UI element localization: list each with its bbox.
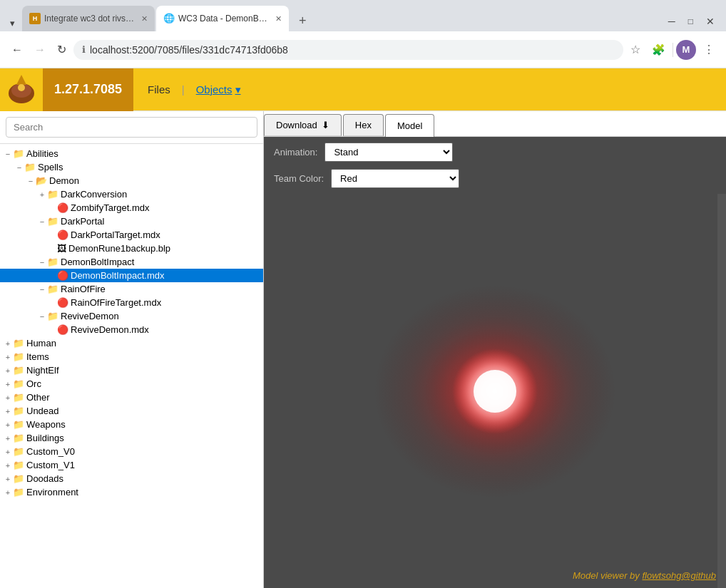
tree-item-demonboltimpact-mdx[interactable]: 🔴 DemonBoltImpact.mdx xyxy=(0,269,263,282)
folder-icon: 📁 xyxy=(47,284,58,294)
team-color-label: Team Color: xyxy=(274,173,324,184)
folder-icon: 📂 xyxy=(36,175,47,186)
tab-download[interactable]: Download ⬇ xyxy=(264,114,342,136)
tree-item-customv0[interactable]: + 📁 Custom_V0 xyxy=(0,445,263,458)
tree-item-undead[interactable]: + 📁 Undead xyxy=(0,404,263,418)
minimize-button[interactable]: ─ xyxy=(663,14,681,29)
tree-item-demonboltimpact-folder[interactable]: − 📁 DemonBoltImpact xyxy=(0,255,263,269)
label-items: Items xyxy=(26,351,49,362)
nav-objects-arrow: ▾ xyxy=(235,83,241,96)
model-controls: Animation: Stand Walk Attack Death Decay… xyxy=(264,137,726,167)
tree-item-environment[interactable]: + 📁 Environment xyxy=(0,485,263,499)
tree-item-human[interactable]: + 📁 Human xyxy=(0,336,263,350)
toggle-darkportal: − xyxy=(37,217,47,226)
viewer-scrollbar[interactable] xyxy=(717,137,726,588)
tree-item-zombifytarget[interactable]: 🔴 ZombifyTarget.mdx xyxy=(0,201,263,215)
tab-bar: ▾ H Integrate wc3 dot rivsof… ✕ 🌐 WC3 Da… xyxy=(0,0,726,31)
viewer-footer-link[interactable]: flowtsohg@github xyxy=(642,570,716,581)
bookmark-button[interactable]: ☆ xyxy=(626,38,645,61)
tab2-close[interactable]: ✕ xyxy=(275,14,282,24)
browser-tab-1[interactable]: H Integrate wc3 dot rivsof… ✕ xyxy=(22,6,155,31)
label-buildings: Buildings xyxy=(26,433,64,443)
folder-icon-top: 📁 xyxy=(13,433,24,443)
tree-item-items[interactable]: + 📁 Items xyxy=(0,350,263,363)
toggle-customv0: + xyxy=(3,448,13,456)
address-input[interactable] xyxy=(90,44,615,56)
download-icon: ⬇ xyxy=(322,120,329,130)
tab-model[interactable]: Model xyxy=(385,114,434,137)
security-icon: ℹ xyxy=(82,44,86,55)
hex-label: Hex xyxy=(355,120,372,130)
browser-chrome: ▾ H Integrate wc3 dot rivsof… ✕ 🌐 WC3 Da… xyxy=(0,0,726,68)
tree-area: − 📁 Abilities − 📁 Spells − 📂 Demon xyxy=(0,144,263,588)
team-color-select[interactable]: Red Blue Teal Purple Yellow Orange Green… xyxy=(331,169,459,188)
extensions-button[interactable]: 🧩 xyxy=(648,39,670,61)
tree-item-darkconversion[interactable]: + 📁 DarkConversion xyxy=(0,187,263,201)
search-input[interactable] xyxy=(6,117,257,138)
file-icon-mdx-selected: 🔴 xyxy=(57,270,68,281)
label-darkportal: DarkPortal xyxy=(61,216,104,227)
tree-item-demon[interactable]: − 📂 Demon xyxy=(0,174,263,187)
close-button[interactable]: ✕ xyxy=(700,14,720,29)
tab-list-button[interactable]: ▾ xyxy=(6,15,19,31)
animation-select[interactable]: Stand Walk Attack Death Decay Spell Port… xyxy=(324,143,453,162)
folder-icon: 📁 xyxy=(47,189,58,200)
tree-item-revivedemon-mdx[interactable]: 🔴 ReviveDemon.mdx xyxy=(0,323,263,336)
tree-item-rainoffire-folder[interactable]: − 📁 RainOfFire xyxy=(0,282,263,296)
tree-item-orc[interactable]: + 📁 Orc xyxy=(0,377,263,391)
tree-item-rainoffiretarget[interactable]: 🔴 RainOfFireTarget.mdx xyxy=(0,296,263,309)
label-doodads: Doodads xyxy=(26,473,63,484)
tree-item-buildings[interactable]: + 📁 Buildings xyxy=(0,431,263,445)
tree-item-weapons[interactable]: + 📁 Weapons xyxy=(0,418,263,431)
file-icon-mdx: 🔴 xyxy=(57,297,68,308)
reload-button[interactable]: ↻ xyxy=(53,38,71,61)
new-tab-button[interactable]: + xyxy=(292,11,314,31)
label-nightelf: NightElf xyxy=(26,365,59,376)
tab1-close[interactable]: ✕ xyxy=(141,14,148,24)
app-version: 1.27.1.7085 xyxy=(43,68,133,111)
label-demonboltimpact-mdx: DemonBoltImpact.mdx xyxy=(71,270,165,281)
tab-dropdown-btn[interactable]: ▾ xyxy=(6,15,19,31)
browser-tab-2[interactable]: 🌐 WC3 Data - DemonBoltIm… ✕ xyxy=(156,6,289,31)
label-darkconversion: DarkConversion xyxy=(61,189,127,200)
menu-button[interactable]: ⋮ xyxy=(699,38,719,61)
folder-icon: 📁 xyxy=(13,392,24,403)
main-layout: − 📁 Abilities − 📁 Spells − 📂 Demon xyxy=(0,111,726,588)
maximize-button[interactable]: □ xyxy=(682,15,699,28)
tree-item-nightelf[interactable]: + 📁 NightElf xyxy=(0,363,263,377)
toggle-other: + xyxy=(3,393,13,402)
tree-item-customv1[interactable]: + 📁 Custom_V1 xyxy=(0,458,263,472)
file-icon-blp: 🖼 xyxy=(57,243,66,254)
address-bar: ℹ xyxy=(73,40,623,60)
toggle-undead: + xyxy=(3,407,13,416)
file-icon-mdx: 🔴 xyxy=(57,202,68,213)
label-abilities: Abilities xyxy=(26,148,58,159)
tree-item-abilities[interactable]: − 📁 Abilities xyxy=(0,147,263,160)
toggle-abilities: − xyxy=(3,150,13,158)
toggle-human: + xyxy=(3,339,13,348)
label-spells: Spells xyxy=(38,162,63,172)
viewer-footer-text: Model viewer by xyxy=(573,570,643,581)
folder-icon-top: 📁 xyxy=(13,487,24,497)
toggle-environment: + xyxy=(3,488,13,497)
forward-button[interactable]: → xyxy=(30,39,50,61)
tab-hex[interactable]: Hex xyxy=(343,114,384,136)
tree-item-doodads[interactable]: + 📁 Doodads xyxy=(0,472,263,485)
file-icon-mdx: 🔴 xyxy=(57,229,68,240)
tree-item-darkportal[interactable]: − 📁 DarkPortal xyxy=(0,215,263,228)
tree-item-other[interactable]: + 📁 Other xyxy=(0,391,263,404)
label-revivedemon-mdx: ReviveDemon.mdx xyxy=(71,324,149,335)
label-demonboltimpact-folder: DemonBoltImpact xyxy=(61,257,134,267)
back-button[interactable]: ← xyxy=(7,39,27,61)
tree-item-spells[interactable]: − 📁 Spells xyxy=(0,160,263,174)
file-icon-mdx: 🔴 xyxy=(57,324,68,335)
tree-item-darkportaltarget[interactable]: 🔴 DarkPortalTarget.mdx xyxy=(0,228,263,242)
nav-objects-dropdown[interactable]: Objects ▾ xyxy=(196,83,241,96)
label-orc: Orc xyxy=(26,378,41,389)
app-header: 1.27.1.7085 Files | Objects ▾ xyxy=(0,68,726,111)
model-render xyxy=(352,256,638,527)
tree-item-revivedemon-folder[interactable]: − 📁 ReviveDemon xyxy=(0,309,263,323)
profile-avatar[interactable]: M xyxy=(676,40,696,60)
nav-files-link[interactable]: Files xyxy=(148,83,170,96)
tree-item-demonrune1backup[interactable]: 🖼 DemonRune1backup.blp xyxy=(0,242,263,255)
